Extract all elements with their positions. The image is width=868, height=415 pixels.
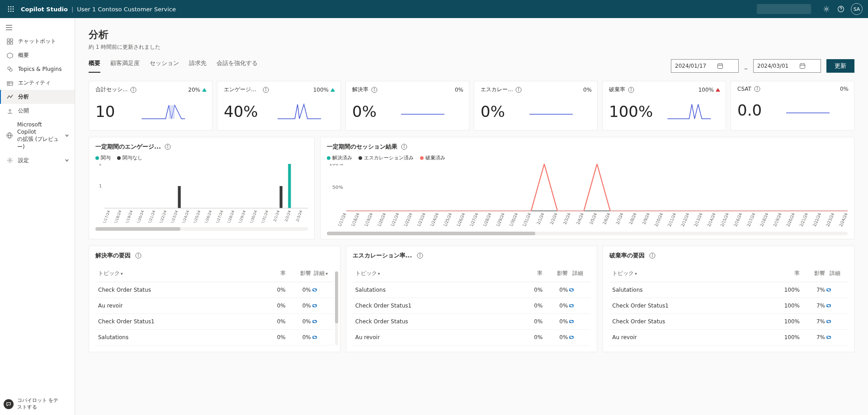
- svg-text:2/20/24: 2/20/24: [785, 212, 796, 227]
- cell-impact: 0%: [542, 334, 568, 340]
- tab-billing[interactable]: 請求先: [189, 59, 207, 73]
- kpi-card: 合計セッシ... 20% 10: [89, 81, 212, 131]
- info-icon[interactable]: [754, 86, 760, 92]
- table-header: トピック▾ 率 影響 詳細▾: [95, 265, 334, 282]
- date-to-input[interactable]: 2024/03/01: [753, 59, 821, 73]
- detail-link-icon[interactable]: [568, 287, 588, 293]
- detail-link-icon[interactable]: [311, 318, 331, 325]
- breadcrumb[interactable]: User 1 Contoso Customer Service: [77, 6, 176, 13]
- kpi-title: エスカレー...: [481, 86, 513, 93]
- avatar[interactable]: SA: [851, 3, 863, 15]
- svg-text:1/23/24: 1/23/24: [416, 212, 426, 227]
- tab-overview[interactable]: 概要: [89, 59, 100, 73]
- info-icon[interactable]: [165, 144, 171, 150]
- svg-text:1: 1: [99, 184, 102, 188]
- detail-link-icon[interactable]: [568, 334, 588, 340]
- detail-link-icon[interactable]: [568, 318, 588, 325]
- svg-text:1/21/24: 1/21/24: [390, 212, 400, 227]
- svg-text:1/29/24: 1/29/24: [495, 212, 506, 227]
- svg-text:1/17/24: 1/17/24: [337, 212, 347, 227]
- info-icon[interactable]: [371, 87, 377, 93]
- detail-link-icon[interactable]: [825, 334, 845, 340]
- info-icon[interactable]: [515, 87, 522, 93]
- detail-link-icon[interactable]: [311, 303, 331, 309]
- info-icon[interactable]: [401, 144, 407, 150]
- gear-icon[interactable]: [820, 3, 833, 15]
- kpi-card: CSAT 0% 0.0: [731, 81, 854, 131]
- help-icon[interactable]: [835, 3, 847, 15]
- col-impact[interactable]: 影響: [800, 270, 825, 277]
- hamburger-icon[interactable]: [0, 21, 75, 34]
- detail-link-icon[interactable]: [825, 318, 845, 325]
- date-from-input[interactable]: 2024/01/17: [671, 59, 739, 73]
- panel-driver-0: 解決率の要因 トピック▾ 率 影響 詳細▾ Check Order Status…: [89, 246, 340, 352]
- info-icon[interactable]: [628, 87, 634, 93]
- sidebar-item-settings[interactable]: 設定: [0, 154, 75, 168]
- info-icon[interactable]: [130, 87, 137, 93]
- detail-link-icon[interactable]: [568, 303, 588, 309]
- col-rate[interactable]: 率: [517, 270, 542, 277]
- svg-rect-14: [7, 39, 9, 41]
- test-copilot-chip[interactable]: コパイロット をテ ストする: [4, 397, 59, 410]
- col-detail[interactable]: 詳細: [568, 270, 588, 277]
- svg-text:2/8/24: 2/8/24: [628, 212, 637, 225]
- col-topic[interactable]: トピック▾: [98, 270, 260, 277]
- col-impact[interactable]: 影響: [286, 270, 311, 277]
- info-icon[interactable]: [135, 252, 142, 259]
- scrollbar-horizontal[interactable]: [327, 232, 848, 235]
- col-topic[interactable]: トピック▾: [612, 270, 774, 277]
- table-row: Check Order Status1 100% 7%: [609, 298, 848, 314]
- sparkline: [264, 101, 335, 122]
- info-icon[interactable]: [417, 252, 423, 259]
- kpi-trend: 0%: [455, 87, 463, 93]
- col-detail[interactable]: 詳細: [825, 270, 845, 277]
- cell-rate: 100%: [774, 287, 800, 293]
- col-rate[interactable]: 率: [260, 270, 286, 277]
- kpi-title: エンゲージメン...: [224, 86, 260, 93]
- sidebar-item-entities[interactable]: エンティティ: [0, 76, 75, 90]
- env-selector[interactable]: [757, 4, 811, 14]
- table-row: Check Order Status 100% 7%: [609, 314, 848, 330]
- detail-link-icon[interactable]: [311, 334, 331, 340]
- detail-link-icon[interactable]: [825, 287, 845, 293]
- col-rate[interactable]: 率: [774, 270, 800, 277]
- app-launcher-icon[interactable]: [5, 4, 16, 14]
- cell-impact: 0%: [286, 303, 311, 309]
- col-impact[interactable]: 影響: [542, 270, 568, 277]
- kpi-value: 10: [95, 103, 115, 121]
- scrollbar-horizontal[interactable]: [95, 227, 308, 231]
- detail-link-icon[interactable]: [825, 303, 845, 309]
- sidebar-item-overview[interactable]: 概要: [0, 48, 75, 62]
- sidebar-item-label: 設定: [18, 157, 29, 164]
- tab-csat[interactable]: 顧客満足度: [110, 59, 140, 73]
- svg-point-6: [8, 11, 9, 12]
- svg-text:1/25/24: 1/25/24: [193, 210, 201, 223]
- scrollbar-vertical[interactable]: [335, 271, 338, 345]
- svg-point-86: [404, 145, 404, 145]
- tab-boost[interactable]: 会話を強化する: [217, 59, 258, 73]
- sidebar-item-label: チャットボット: [18, 37, 56, 45]
- svg-text:1/24/24: 1/24/24: [429, 212, 440, 227]
- cell-topic: Check Order Status1: [98, 318, 260, 325]
- sidebar-item-chatbots[interactable]: チャットボット: [0, 34, 75, 48]
- chart-icon: [6, 93, 14, 101]
- sidebar-item-publish[interactable]: 公開: [0, 104, 75, 118]
- sidebar-item-analytics[interactable]: 分析: [0, 90, 75, 104]
- update-button[interactable]: 更新: [826, 59, 854, 73]
- brand-label: Copilot Studio: [21, 6, 68, 13]
- detail-link-icon[interactable]: [311, 287, 331, 293]
- info-icon[interactable]: [649, 252, 656, 259]
- svg-text:2/14/24: 2/14/24: [706, 212, 717, 227]
- sidebar-item-topics[interactable]: Topics & Plugins: [0, 62, 75, 76]
- svg-point-131: [138, 254, 138, 254]
- tab-sessions[interactable]: セッション: [150, 59, 179, 73]
- svg-text:2: 2: [99, 164, 102, 166]
- svg-point-7: [10, 11, 12, 12]
- col-detail[interactable]: 詳細▾: [311, 270, 331, 277]
- sidebar-item-copilot-ext[interactable]: Microsoft Copilot の拡張 (プレビュー): [0, 118, 75, 154]
- col-topic[interactable]: トピック▾: [355, 270, 518, 277]
- cell-topic: Salutations: [98, 334, 260, 340]
- cell-impact: 0%: [542, 287, 568, 293]
- sidebar-item-label: Microsoft Copilot の拡張 (プレビュー): [17, 121, 60, 150]
- info-icon[interactable]: [263, 87, 269, 93]
